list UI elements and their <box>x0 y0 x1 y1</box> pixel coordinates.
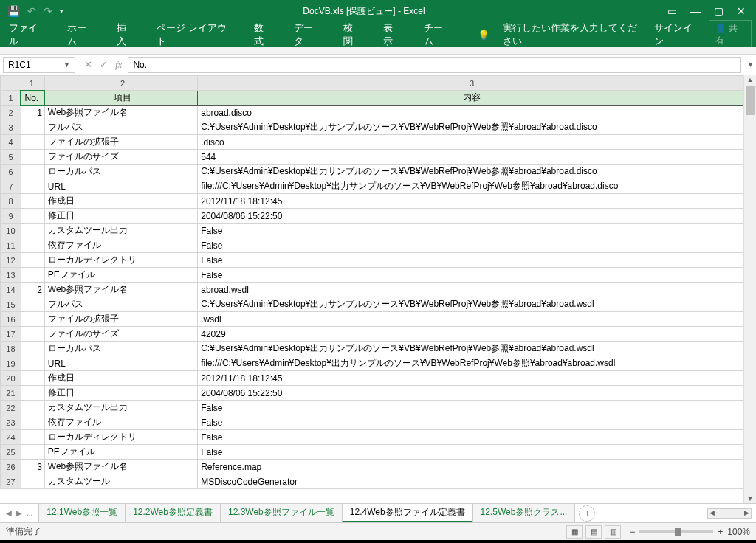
fx-icon[interactable]: fx <box>115 59 122 71</box>
cell[interactable]: False <box>198 224 743 238</box>
cell[interactable] <box>21 179 44 194</box>
cell[interactable] <box>21 327 44 342</box>
cell[interactable] <box>21 297 44 312</box>
row-header[interactable]: 1 <box>1 91 21 106</box>
close-icon[interactable]: ✕ <box>737 5 746 17</box>
qat-dropdown-icon[interactable]: ▾ <box>60 7 63 15</box>
cell[interactable]: 2004/08/06 15:22:50 <box>198 386 743 401</box>
row-header[interactable]: 3 <box>1 120 21 135</box>
sheet-tab[interactable]: 12.2Web参照定義書 <box>125 504 221 522</box>
cell[interactable]: abroad.disco <box>198 106 743 120</box>
undo-icon[interactable]: ↶ <box>27 5 36 17</box>
normal-view-icon[interactable]: ▦ <box>566 525 583 539</box>
formula-input[interactable]: No. <box>128 57 741 73</box>
sheet-nav-ellipsis[interactable]: ... <box>27 509 32 517</box>
cell[interactable]: URL <box>44 179 197 194</box>
cell[interactable] <box>21 224 44 238</box>
cell[interactable]: 項目 <box>44 91 197 106</box>
cell[interactable]: Web参照ファイル名 <box>44 283 197 297</box>
zoom-slider-knob[interactable] <box>675 528 681 536</box>
cell[interactable] <box>21 430 44 445</box>
cell[interactable]: C:¥Users¥Admin¥Desktop¥出力サンプルのソース¥VB¥Web… <box>198 120 743 135</box>
cell[interactable]: Web参照ファイル名 <box>44 106 197 120</box>
cell[interactable]: 依存ファイル <box>44 238 197 253</box>
cell[interactable]: No. <box>21 91 44 106</box>
cell[interactable]: Reference.map <box>198 460 743 474</box>
cell[interactable]: 2012/11/18 18:12:45 <box>198 371 743 386</box>
row-header[interactable]: 10 <box>1 224 21 238</box>
cell[interactable]: False <box>198 430 743 445</box>
cell[interactable]: 2004/08/06 15:22:50 <box>198 209 743 224</box>
zoom-in-icon[interactable]: + <box>718 527 723 537</box>
redo-icon[interactable]: ↷ <box>44 5 52 17</box>
row-header[interactable]: 5 <box>1 150 21 165</box>
cell[interactable]: C:¥Users¥Admin¥Desktop¥出力サンプルのソース¥VB¥Web… <box>198 165 743 179</box>
cell[interactable]: ローカルディレクトリ <box>44 430 197 445</box>
vertical-scrollbar[interactable]: ▲ ▼ <box>743 75 756 503</box>
cell[interactable] <box>21 165 44 179</box>
cell[interactable]: 3 <box>21 460 44 474</box>
cell[interactable]: ローカルパス <box>44 342 197 356</box>
cell[interactable] <box>21 445 44 460</box>
cell[interactable]: 544 <box>198 150 743 165</box>
row-header[interactable]: 14 <box>1 283 21 297</box>
column-header[interactable]: 2 <box>44 76 197 91</box>
cell[interactable]: 修正日 <box>44 209 197 224</box>
cell[interactable]: Web参照ファイル名 <box>44 460 197 474</box>
cell[interactable] <box>21 386 44 401</box>
column-header[interactable]: 3 <box>198 76 743 91</box>
scrollbar-thumb[interactable] <box>746 86 755 115</box>
row-header[interactable]: 8 <box>1 194 21 209</box>
cell[interactable]: C:¥Users¥Admin¥Desktop¥出力サンプルのソース¥VB¥Web… <box>198 297 743 312</box>
cell[interactable]: ファイルの拡張子 <box>44 312 197 327</box>
cell[interactable]: False <box>198 445 743 460</box>
cell[interactable] <box>21 120 44 135</box>
cell[interactable]: カスタムツール出力 <box>44 401 197 415</box>
cell[interactable]: abroad.wsdl <box>198 283 743 297</box>
row-header[interactable]: 15 <box>1 297 21 312</box>
cell[interactable]: False <box>198 253 743 268</box>
select-all-corner[interactable] <box>1 76 21 91</box>
row-header[interactable]: 17 <box>1 327 21 342</box>
cell[interactable]: URL <box>44 356 197 371</box>
sheet-nav-next-icon[interactable]: ▶ <box>16 509 22 517</box>
minimize-icon[interactable]: — <box>690 5 701 17</box>
row-header[interactable]: 4 <box>1 135 21 150</box>
cancel-icon[interactable]: ✕ <box>84 59 92 70</box>
cell[interactable]: .wsdl <box>198 312 743 327</box>
cell[interactable]: カスタムツール出力 <box>44 224 197 238</box>
cell[interactable]: False <box>198 415 743 430</box>
cell[interactable]: ローカルディレクトリ <box>44 253 197 268</box>
cell[interactable] <box>21 209 44 224</box>
cell[interactable] <box>21 135 44 150</box>
sheet-tab[interactable]: 12.3Web参照ファイル一覧 <box>220 504 343 522</box>
cell[interactable] <box>21 312 44 327</box>
row-header[interactable]: 12 <box>1 253 21 268</box>
cell[interactable]: フルパス <box>44 120 197 135</box>
cell[interactable] <box>21 150 44 165</box>
cell[interactable]: 2012/11/18 18:12:45 <box>198 194 743 209</box>
cell[interactable] <box>21 194 44 209</box>
cell[interactable] <box>21 401 44 415</box>
tell-me-search[interactable]: 💡 実行したい作業を入力してください <box>469 13 654 57</box>
row-header[interactable]: 26 <box>1 460 21 474</box>
cell[interactable]: .disco <box>198 135 743 150</box>
cell[interactable]: 内容 <box>198 91 743 106</box>
sheet-nav-prev-icon[interactable]: ◀ <box>6 509 12 517</box>
row-header[interactable]: 21 <box>1 386 21 401</box>
cell[interactable] <box>21 253 44 268</box>
cell[interactable]: 依存ファイル <box>44 415 197 430</box>
scroll-right-icon[interactable]: ▶ <box>744 509 749 516</box>
cell[interactable]: 1 <box>21 106 44 120</box>
spreadsheet-grid[interactable]: 1 2 3 1 No. 項目 内容 2 1 Web参照ファイル名 abroad.… <box>0 75 743 489</box>
cell[interactable]: フルパス <box>44 297 197 312</box>
scroll-left-icon[interactable]: ◀ <box>709 509 715 516</box>
row-header[interactable]: 24 <box>1 430 21 445</box>
cell[interactable] <box>21 371 44 386</box>
cell[interactable]: ファイルの拡張子 <box>44 135 197 150</box>
row-header[interactable]: 16 <box>1 312 21 327</box>
maximize-icon[interactable]: ▢ <box>714 5 724 17</box>
cell[interactable]: 作成日 <box>44 194 197 209</box>
cell[interactable]: MSDiscoCodeGenerator <box>198 474 743 489</box>
scroll-down-icon[interactable]: ▼ <box>744 495 756 502</box>
